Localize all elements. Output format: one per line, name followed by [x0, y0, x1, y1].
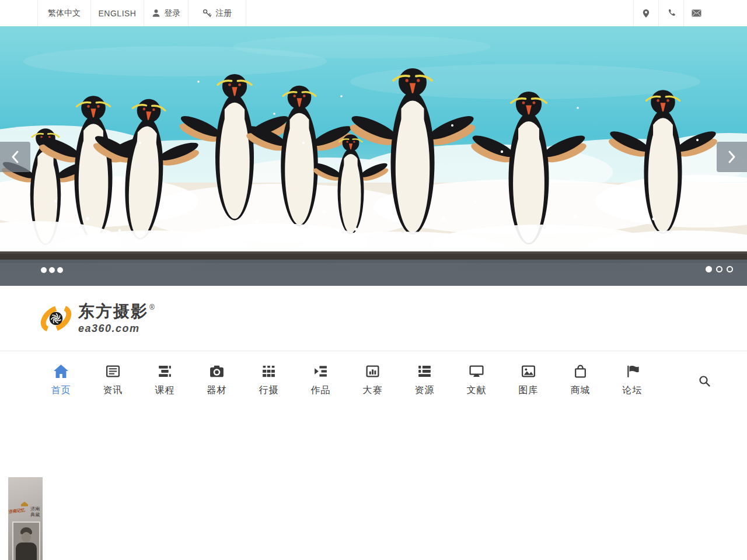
carousel-indicator-1[interactable]: [706, 266, 712, 272]
main-navigation: 首页 资讯 课程 器材: [0, 351, 747, 410]
phone-button[interactable]: [658, 0, 683, 26]
contest-chart-icon: [365, 364, 381, 379]
page: 繁体中文 ENGLISH 登录 注册: [0, 0, 747, 560]
carousel-next-button[interactable]: [717, 142, 747, 172]
nav-label: 器材: [207, 384, 227, 397]
lessons-icon: [157, 364, 173, 379]
login-label: 登录: [165, 8, 181, 19]
chevron-right-icon: [726, 150, 738, 164]
topbar: 繁体中文 ENGLISH 登录 注册: [0, 0, 747, 26]
nav-item-gear[interactable]: 器材: [191, 351, 243, 410]
left-dot[interactable]: [57, 267, 63, 273]
carousel-prev-button[interactable]: [0, 142, 30, 172]
nav-label: 文献: [467, 384, 487, 397]
left-dot[interactable]: [41, 267, 47, 273]
nav-label: 行摄: [259, 384, 279, 397]
topbar-left-spacer: [0, 0, 37, 26]
carousel-indicator-2[interactable]: [716, 266, 722, 272]
key-icon: [203, 9, 212, 18]
nav-item-forum[interactable]: 论坛: [606, 351, 658, 410]
camera-icon: [209, 364, 225, 379]
nav-item-gallery[interactable]: 图库: [502, 351, 554, 410]
nav-label: 大赛: [363, 384, 383, 397]
lang-english-link[interactable]: ENGLISH: [90, 0, 144, 26]
registered-trademark: ®: [149, 303, 155, 312]
nav-item-contest[interactable]: 大赛: [347, 351, 399, 410]
nav-item-home[interactable]: 首页: [35, 351, 87, 410]
shopping-bag-icon: [573, 364, 588, 379]
register-link[interactable]: 注册: [188, 0, 246, 26]
nav-label: 图库: [519, 384, 539, 397]
monitor-icon: [469, 364, 484, 379]
nav-label: 论坛: [623, 384, 643, 397]
book-side-text: 济南 典藏: [30, 506, 40, 519]
phone-icon: [667, 9, 676, 18]
topbar-gap: [246, 0, 633, 26]
logo-strip: 东方摄影® ea360.com: [0, 286, 747, 351]
news-icon: [105, 364, 121, 379]
left-dot[interactable]: [49, 267, 55, 273]
nav-item-lessons[interactable]: 课程: [139, 351, 191, 410]
email-icon: [692, 9, 701, 17]
nav-label: 首页: [51, 384, 71, 397]
lang-traditional-chinese-label: 繁体中文: [48, 8, 81, 19]
nav-label: 资讯: [103, 384, 123, 397]
lang-traditional-chinese-link[interactable]: 繁体中文: [37, 0, 90, 26]
rockhopper-penguins-surf-photo: [0, 26, 747, 286]
gallery-image-icon: [521, 364, 536, 379]
hero-carousel: [0, 26, 747, 286]
nav-label: 课程: [155, 384, 175, 397]
nav-label: 资源: [415, 384, 435, 397]
location-icon: [642, 9, 650, 18]
site-domain: ea360.com: [78, 323, 155, 334]
chevron-left-icon: [9, 150, 21, 164]
forum-flag-icon: [624, 364, 640, 379]
ea360-logo-mark[interactable]: [40, 302, 72, 335]
nav-item-literature[interactable]: 文献: [451, 351, 502, 410]
nav-item-shop[interactable]: 商城: [554, 351, 606, 410]
article-thumbnail-book-cover[interactable]: 济南记忆 济南 典藏: [8, 477, 43, 560]
search-icon: [698, 374, 711, 387]
nav-item-travel-photo[interactable]: 行摄: [243, 351, 295, 410]
nav-item-news[interactable]: 资讯: [87, 351, 139, 410]
portrait-body: [16, 542, 37, 560]
logo-text[interactable]: 东方摄影® ea360.com: [78, 303, 155, 334]
user-icon: [152, 9, 160, 18]
book-portrait-photo: [12, 522, 40, 560]
grid-icon: [261, 364, 277, 379]
site-name: 东方摄影: [78, 302, 148, 320]
book-title: 济南记忆: [8, 507, 25, 514]
email-button[interactable]: [683, 0, 708, 26]
topbar-right-spacer: [708, 0, 747, 26]
location-button[interactable]: [633, 0, 658, 26]
book-emblem-icon: [21, 502, 28, 506]
login-link[interactable]: 登录: [144, 0, 188, 26]
portrait-face: [22, 532, 31, 542]
nav-label: 作品: [311, 384, 331, 397]
nav-label: 商城: [571, 384, 591, 397]
nav-item-resources[interactable]: 资源: [399, 351, 451, 410]
carousel-indicators: [706, 266, 733, 272]
resources-list-icon: [417, 364, 432, 379]
works-indent-icon: [313, 364, 329, 379]
nav-item-works[interactable]: 作品: [295, 351, 347, 410]
register-label: 注册: [216, 8, 232, 19]
carousel-indicator-3[interactable]: [727, 266, 733, 272]
carousel-loading-dots: [41, 267, 63, 273]
lang-english-label: ENGLISH: [99, 9, 137, 18]
search-button[interactable]: [698, 374, 711, 387]
home-icon: [53, 364, 69, 379]
